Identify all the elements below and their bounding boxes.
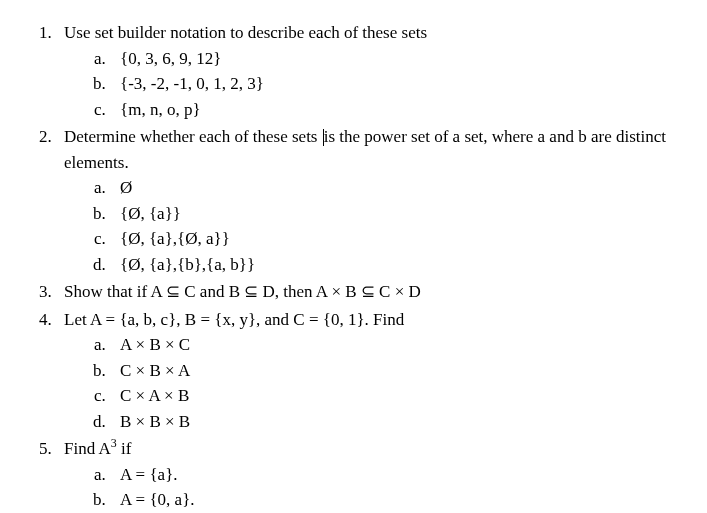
problem-3-text: Show that if A ⊆ C and B ⊆ D, then A × B…	[64, 282, 421, 301]
problem-1: Use set builder notation to describe eac…	[56, 20, 679, 122]
problem-2: Determine whether each of these sets is …	[56, 124, 679, 277]
problem-1c: {m, n, o, p}	[110, 97, 679, 123]
problem-3: Show that if A ⊆ C and B ⊆ D, then A × B…	[56, 279, 679, 305]
problem-4c: C × A × B	[110, 383, 679, 409]
problem-2c: {Ø, {a},{Ø, a}}	[110, 226, 679, 252]
problem-1-text: Use set builder notation to describe eac…	[64, 23, 427, 42]
problem-5-text-after: if	[117, 439, 132, 458]
problem-4-text: Let A = {a, b, c}, B = {x, y}, and C = {…	[64, 310, 404, 329]
problem-1a: {0, 3, 6, 9, 12}	[110, 46, 679, 72]
problem-1b: {-3, -2, -1, 0, 1, 2, 3}	[110, 71, 679, 97]
problem-4b: C × B × A	[110, 358, 679, 384]
problem-4d: B × B × B	[110, 409, 679, 435]
problem-4: Let A = {a, b, c}, B = {x, y}, and C = {…	[56, 307, 679, 435]
problem-4a: A × B × C	[110, 332, 679, 358]
problem-1-sublist: {0, 3, 6, 9, 12} {-3, -2, -1, 0, 1, 2, 3…	[64, 46, 679, 123]
problem-5-text-before: Find A	[64, 439, 111, 458]
problem-2-sublist: Ø {Ø, {a}} {Ø, {a},{Ø, a}} {Ø, {a},{b},{…	[64, 175, 679, 277]
problem-4-sublist: A × B × C C × B × A C × A × B B × B × B	[64, 332, 679, 434]
problem-5: Find A3 if A = {a}. A = {0, a}.	[56, 436, 679, 513]
problem-2b: {Ø, {a}}	[110, 201, 679, 227]
problem-5a: A = {a}.	[110, 462, 679, 488]
problem-2-text-before: Determine whether each of these sets	[64, 127, 322, 146]
problem-list: Use set builder notation to describe eac…	[28, 20, 679, 513]
problem-2d: {Ø, {a},{b},{a, b}}	[110, 252, 679, 278]
problem-2a: Ø	[110, 175, 679, 201]
problem-5-sublist: A = {a}. A = {0, a}.	[64, 462, 679, 513]
problem-5b: A = {0, a}.	[110, 487, 679, 513]
